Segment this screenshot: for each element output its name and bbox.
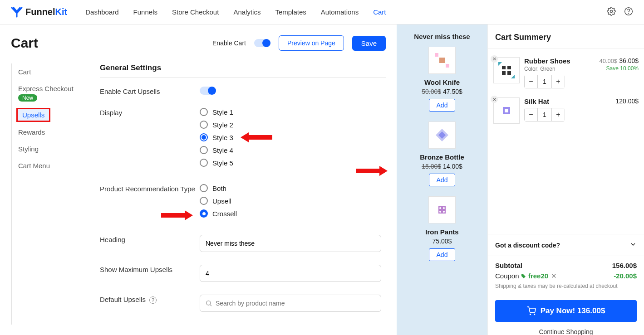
qty-stepper-2: − + <box>524 108 565 121</box>
sidenav-menu[interactable]: Cart Menu <box>11 157 89 174</box>
svg-point-13 <box>439 207 441 209</box>
heading-input[interactable] <box>200 235 381 252</box>
radio-style-3[interactable]: Style 3 <box>200 133 381 141</box>
preview-name-1: Wool Knife <box>401 78 483 86</box>
search-icon <box>205 300 212 307</box>
help-icon[interactable] <box>624 7 633 17</box>
enable-upsells-toggle[interactable] <box>200 87 216 95</box>
svg-marker-21 <box>498 62 502 66</box>
sidenav-express[interactable]: Express Checkout New <box>11 80 89 106</box>
continue-shopping[interactable]: Continue Shopping <box>488 325 644 335</box>
sidenav-cart[interactable]: Cart <box>11 63 89 80</box>
preview-price-3: 75.00$ <box>433 238 452 245</box>
qty-plus-2[interactable]: + <box>552 108 565 121</box>
cart-oldprice-1: 40.00$ <box>599 58 617 64</box>
qty-input-2[interactable] <box>537 108 552 121</box>
default-upsells-text: Default Upsells <box>100 296 146 303</box>
rec-type-radios: Both Upsell Crossell <box>200 184 381 222</box>
svg-point-5 <box>206 301 211 305</box>
settings-panel: General Settings Enable Cart Upsells Dis… <box>89 63 386 325</box>
preview-add-3[interactable]: Add <box>429 248 456 261</box>
cart-price-2: 120.00$ <box>615 97 639 105</box>
sidenav-upsells[interactable]: Upsells <box>16 108 50 122</box>
max-upsells-input[interactable] <box>200 265 381 282</box>
default-upsells-search[interactable] <box>200 295 381 312</box>
preview-add-2[interactable]: Add <box>429 174 456 186</box>
svg-marker-6 <box>356 166 388 176</box>
top-bar: FunnelKit Dashboard Funnels Store Checko… <box>0 0 644 24</box>
nav-cart[interactable]: Cart <box>373 8 386 16</box>
sidenav-express-label: Express Checkout <box>18 85 74 92</box>
svg-marker-3 <box>241 132 272 142</box>
logo-icon <box>11 7 23 18</box>
radio-style-2-label: Style 2 <box>212 121 233 129</box>
qty-minus-2[interactable]: − <box>525 108 537 121</box>
nav-funnels[interactable]: Funnels <box>133 8 157 16</box>
radio-style-4[interactable]: Style 4 <box>200 146 381 154</box>
radio-style-1[interactable]: Style 1 <box>200 108 381 116</box>
enable-upsells-label: Enable Cart Upsells <box>100 87 200 95</box>
gear-icon[interactable] <box>607 7 616 17</box>
heading-label: Heading <box>100 235 200 243</box>
subtotal-value: 156.00$ <box>612 262 637 269</box>
subtotal-label: Subtotal <box>495 262 522 269</box>
svg-marker-22 <box>511 75 515 78</box>
tax-note: Shipping & taxes may be re-calculated at… <box>495 283 637 289</box>
cart-icon <box>527 306 536 316</box>
qty-minus-1[interactable]: − <box>525 75 537 88</box>
logo: FunnelKit <box>11 7 67 18</box>
sidenav-styling[interactable]: Styling <box>11 141 89 157</box>
upsell-preview: Never miss these Wool Knife 50.00$47.50$… <box>397 24 487 335</box>
cart-price-1: 36.00$ <box>619 57 639 64</box>
qty-input-1[interactable] <box>537 75 552 88</box>
svg-point-26 <box>534 314 535 315</box>
discount-label: Got a discount code? <box>495 242 560 249</box>
chevron-down-icon <box>629 241 637 249</box>
side-nav: Cart Express Checkout New Upsells Reward… <box>11 63 89 325</box>
nav-analytics[interactable]: Analytics <box>233 8 261 16</box>
preview-name-3: Iron Pants <box>401 228 483 236</box>
radio-style-4-label: Style 4 <box>212 146 233 154</box>
save-button[interactable]: Save <box>352 36 386 51</box>
page-title: Cart <box>11 35 212 51</box>
sidenav-rewards[interactable]: Rewards <box>11 124 89 141</box>
preview-image-2 <box>428 121 456 149</box>
discount-toggle[interactable]: Got a discount code? <box>488 234 644 256</box>
help-tooltip-icon[interactable]: ? <box>149 296 157 304</box>
radio-upsell-label: Upsell <box>212 197 231 205</box>
preview-button[interactable]: Preview on Page <box>279 35 344 51</box>
preview-name-2: Bronze Bottle <box>401 153 483 161</box>
nav-dashboard[interactable]: Dashboard <box>85 8 118 16</box>
cart-name-2: Silk Hat <box>524 97 611 105</box>
coupon-value: -20.00$ <box>614 272 637 280</box>
pay-now-button[interactable]: Pay Now! 136.00$ <box>495 300 637 322</box>
radio-both[interactable]: Both <box>200 184 381 192</box>
enable-cart-label: Enable Cart <box>212 39 246 47</box>
nav-templates[interactable]: Templates <box>275 8 306 16</box>
default-upsells-label: Default Upsells ? <box>100 295 200 304</box>
radio-style-5[interactable]: Style 5 <box>200 159 381 167</box>
nav-store-checkout[interactable]: Store Checkout <box>172 8 219 16</box>
enable-cart-toggle[interactable] <box>254 39 270 47</box>
preview-price-1: 47.50$ <box>443 88 462 95</box>
nav-automations[interactable]: Automations <box>321 8 359 16</box>
radio-crossell[interactable]: Crossell <box>200 209 381 218</box>
remove-item-1[interactable]: ✕ <box>491 55 498 63</box>
radio-style-2[interactable]: Style 2 <box>200 121 381 129</box>
preview-add-1[interactable]: Add <box>429 99 456 112</box>
remove-item-2[interactable]: ✕ <box>491 96 498 103</box>
qty-stepper-1: − + <box>524 75 565 88</box>
svg-point-25 <box>530 314 531 315</box>
radio-upsell[interactable]: Upsell <box>200 197 381 205</box>
cart-item-1: ✕ Rubber Shoes Color: Green − + 40.00$36… <box>488 53 644 93</box>
arrow-annotation-icon <box>241 131 272 144</box>
cart-image-1 <box>493 57 520 83</box>
coupon-remove[interactable]: ✕ <box>551 272 557 280</box>
cart-opt-1: Color: Green <box>524 66 595 72</box>
preview-image-3 <box>428 196 456 223</box>
preview-card-2: Bronze Bottle 15.00$14.00$ Add <box>401 121 483 186</box>
qty-plus-1[interactable]: + <box>552 75 565 88</box>
cart-summary: Cart Summery ✕ Rubber Shoes Color: Green… <box>487 24 644 335</box>
svg-point-2 <box>629 13 629 14</box>
cart-title: Cart Summery <box>488 24 644 49</box>
